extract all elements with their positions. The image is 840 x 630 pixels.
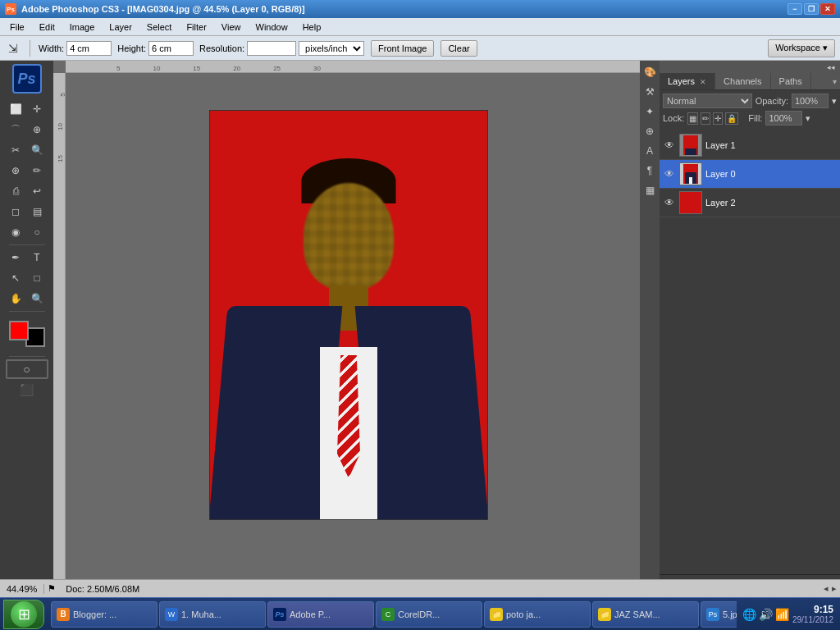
menu-filter[interactable]: Filter (180, 21, 212, 34)
fill-arrow[interactable]: ▾ (806, 113, 810, 124)
menu-image[interactable]: Image (63, 21, 102, 34)
muha-icon: W (165, 608, 178, 621)
width-input[interactable] (66, 41, 112, 56)
tab-layers[interactable]: Layers ✕ (660, 73, 715, 89)
panel-collapse-btn[interactable]: ◂◂ (825, 63, 837, 71)
quick-mask-button[interactable]: ○ (6, 359, 48, 379)
system-clock: 9:15 29/11/2012 (792, 604, 833, 624)
panel-menu-btn[interactable]: ▾ (833, 77, 837, 86)
layer0-thumbnail (679, 162, 702, 185)
panel-icon-7[interactable]: ▦ (641, 182, 658, 199)
taskbar-5jpg-label: 5.jpg - P... (723, 609, 737, 619)
close-button[interactable]: ✕ (820, 3, 835, 15)
taskbar-item-corel[interactable]: C CorelDR... (376, 601, 482, 628)
taskbar-item-5jpg[interactable]: Ps 5.jpg - P... (701, 601, 737, 628)
layer-item-layer1[interactable]: 👁 Layer 1 (660, 131, 840, 160)
layer1-visibility-eye[interactable]: 👁 (663, 139, 676, 152)
restore-button[interactable]: ❐ (804, 3, 819, 15)
panel-icon-6[interactable]: ¶ (641, 162, 658, 179)
resolution-unit[interactable]: pixels/inch (299, 41, 364, 56)
toolbar-separator-3 (9, 356, 45, 357)
rectangular-marquee-tool[interactable]: ⬜ (6, 99, 26, 119)
move-tool[interactable]: ✛ (27, 99, 48, 119)
brush-tool[interactable]: ✏ (27, 161, 48, 180)
clear-button[interactable]: Clear (441, 40, 477, 57)
foreground-color[interactable] (9, 321, 29, 340)
panel-icon-4[interactable]: ⊕ (641, 123, 658, 139)
width-label: Width: (39, 43, 64, 53)
menu-window[interactable]: Window (249, 21, 294, 34)
menu-help[interactable]: Help (296, 21, 328, 34)
menu-view[interactable]: View (215, 21, 248, 34)
menu-file[interactable]: File (3, 21, 31, 34)
height-label: Height: (117, 43, 146, 53)
resolution-input[interactable] (247, 41, 296, 56)
tab-paths[interactable]: Paths (771, 73, 811, 89)
pen-tool[interactable]: ✒ (6, 248, 26, 267)
taskbar-item-blogger[interactable]: B Blogger: ... (51, 601, 158, 628)
screen-mode-button[interactable]: ⬛ (6, 380, 48, 399)
gradient-tool[interactable]: ▤ (27, 202, 48, 221)
start-orb: ⊞ (11, 601, 37, 628)
layer2-visibility-eye[interactable]: 👁 (663, 196, 676, 209)
clone-stamp-tool[interactable]: ⎙ (6, 181, 26, 201)
lasso-tool[interactable]: ⌒ (6, 120, 26, 139)
menu-bar: File Edit Image Layer Select Filter View… (0, 18, 840, 36)
crop-tool[interactable]: ✂ (6, 140, 26, 160)
menu-select[interactable]: Select (140, 21, 179, 34)
panel-icon-3[interactable]: ✦ (641, 103, 658, 120)
shape-tool[interactable]: □ (27, 268, 48, 288)
panel-icon-1[interactable]: 🎨 (641, 64, 658, 80)
front-image-button[interactable]: Front Image (371, 40, 434, 57)
layer-item-layer0[interactable]: 👁 Layer 0 (660, 160, 840, 189)
width-field: Width: Height: Resolution: pixels/inch (39, 41, 364, 56)
dodge-tool[interactable]: ○ (27, 222, 48, 242)
history-brush-tool[interactable]: ↩ (27, 181, 48, 201)
tool-group-heal: ⊕ ✏ (6, 161, 48, 180)
lock-position-icon[interactable]: ✛ (713, 112, 723, 125)
layer1-name: Layer 1 (705, 140, 837, 150)
workspace-button[interactable]: Workspace ▾ (768, 39, 835, 57)
separator-1 (30, 40, 30, 57)
zoom-level: 44.49% (0, 584, 44, 594)
taskbar-item-jaz[interactable]: 📁 JAZ SAM... (592, 601, 699, 628)
tool-group-select: ⬜ ✛ (6, 99, 48, 119)
taskbar-item-ps[interactable]: Ps Adobe P... (267, 601, 374, 628)
height-input[interactable] (148, 41, 194, 56)
lock-image-icon[interactable]: ✏ (701, 112, 710, 125)
top-ruler: 5 10 15 20 25 30 (66, 61, 650, 73)
fill-input[interactable] (765, 111, 802, 126)
blur-tool[interactable]: ◉ (6, 222, 26, 242)
layer0-visibility-eye[interactable]: 👁 (663, 167, 676, 180)
tab-channels[interactable]: Channels (715, 73, 770, 89)
layer-item-layer2[interactable]: 👁 Layer 2 (660, 189, 840, 217)
status-scroll-left[interactable]: ◂ (824, 583, 829, 594)
start-button[interactable]: ⊞ (3, 600, 44, 629)
tool-group-selection: ↖ □ (6, 268, 48, 288)
type-tool[interactable]: T (27, 248, 48, 267)
tab-layers-close[interactable]: ✕ (700, 78, 706, 86)
taskbar-item-muha[interactable]: W 1. Muha... (159, 601, 266, 628)
lock-transparent-icon[interactable]: ▦ (687, 112, 698, 125)
opacity-arrow[interactable]: ▾ (832, 96, 837, 107)
panel-icon-2[interactable]: ⚒ (641, 84, 658, 100)
eraser-tool[interactable]: ◻ (6, 202, 26, 221)
panel-icon-5[interactable]: A (641, 143, 658, 159)
minimize-button[interactable]: − (788, 3, 802, 15)
eyedropper-tool[interactable]: 🔍 (27, 140, 48, 160)
zoom-tool[interactable]: 🔍 (27, 289, 48, 308)
taskbar-item-poto[interactable]: 📁 poto ja... (484, 601, 591, 628)
menu-edit[interactable]: Edit (33, 21, 62, 34)
opacity-input[interactable] (792, 94, 829, 108)
quick-select-tool[interactable]: ⊕ (27, 120, 48, 139)
lock-all-icon[interactable]: 🔒 (725, 112, 738, 125)
status-bar: 44.49% ⚑ Doc: 2.50M/6.08M ◂ ▸ (0, 579, 840, 597)
status-scroll-right[interactable]: ▸ (832, 583, 837, 594)
spot-heal-tool[interactable]: ⊕ (6, 161, 26, 180)
blend-mode-select[interactable]: Normal (663, 94, 752, 108)
hand-tool[interactable]: ✋ (6, 289, 26, 308)
status-scroll-controls: ◂ ▸ (824, 583, 840, 594)
menu-layer[interactable]: Layer (103, 21, 139, 34)
ps-taskbar-icon: Ps (273, 608, 286, 621)
path-selection-tool[interactable]: ↖ (6, 268, 26, 288)
